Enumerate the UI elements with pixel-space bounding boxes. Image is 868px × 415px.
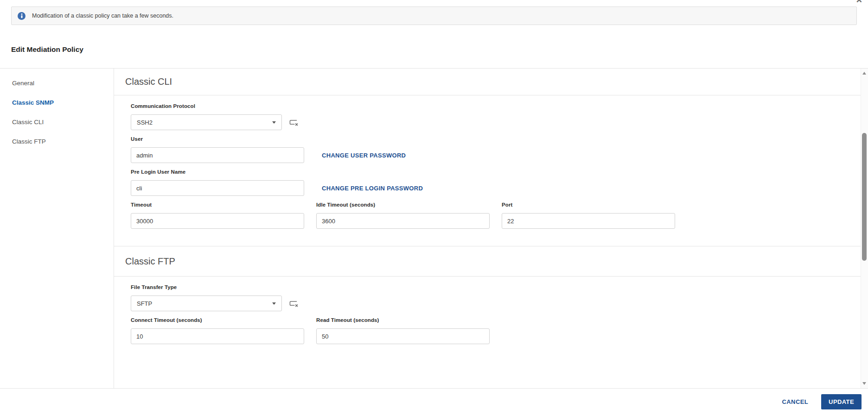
update-button[interactable]: UPDATE bbox=[821, 394, 862, 409]
user-input[interactable] bbox=[131, 147, 304, 163]
read-timeout-label: Read Timeout (seconds) bbox=[316, 317, 490, 323]
user-field: User CHANGE USER PASSWORD bbox=[131, 136, 861, 163]
port-label: Port bbox=[502, 202, 675, 208]
file-transfer-type-value: SFTP bbox=[137, 300, 152, 307]
sidebar-item-general[interactable]: General bbox=[0, 73, 114, 93]
main-area: General Classic SNMP Classic CLI Classic… bbox=[0, 68, 868, 388]
info-icon bbox=[18, 12, 26, 20]
idle-timeout-label: Idle Timeout (seconds) bbox=[316, 202, 490, 208]
change-user-password-link[interactable]: CHANGE USER PASSWORD bbox=[322, 152, 406, 159]
scroll-up-arrow[interactable] bbox=[862, 72, 866, 75]
pre-login-user-name-label: Pre Login User Name bbox=[131, 169, 861, 175]
read-timeout-input[interactable] bbox=[316, 328, 490, 344]
section-classic-ftp: Classic FTP File Transfer Type SFTP bbox=[114, 246, 861, 360]
communication-protocol-field: Communication Protocol SSH2 bbox=[131, 103, 861, 130]
timeout-input[interactable] bbox=[131, 213, 304, 229]
communication-protocol-label: Communication Protocol bbox=[131, 103, 861, 109]
idle-timeout-field: Idle Timeout (seconds) bbox=[316, 202, 490, 229]
scrollbar-track[interactable] bbox=[861, 69, 868, 388]
footer-bar: CANCEL UPDATE bbox=[0, 388, 868, 415]
sidebar-item-classic-ftp[interactable]: Classic FTP bbox=[0, 132, 114, 151]
cli-timeouts-row: Timeout Idle Timeout (seconds) Port bbox=[131, 202, 861, 229]
section-title-classic-cli: Classic CLI bbox=[114, 69, 861, 95]
ftp-timeouts-row: Connect Timeout (seconds) Read Timeout (… bbox=[131, 317, 861, 344]
pre-login-user-name-input[interactable] bbox=[131, 180, 304, 196]
content-panel: Classic CLI Communication Protocol SSH2 bbox=[114, 69, 861, 388]
section-title-classic-ftp: Classic FTP bbox=[114, 246, 861, 277]
edit-mediation-policy-page: { "banner": { "text": "Modification of a… bbox=[0, 0, 868, 415]
port-field: Port bbox=[502, 202, 675, 229]
clear-field-icon[interactable] bbox=[288, 300, 298, 308]
info-banner: Modification of a classic policy can tak… bbox=[11, 6, 857, 25]
banner-text: Modification of a classic policy can tak… bbox=[32, 13, 173, 19]
connect-timeout-label: Connect Timeout (seconds) bbox=[131, 317, 304, 323]
communication-protocol-dropdown[interactable]: SSH2 bbox=[131, 114, 282, 130]
timeout-label: Timeout bbox=[131, 202, 304, 208]
port-input[interactable] bbox=[502, 213, 675, 229]
close-icon[interactable]: ✕ bbox=[856, 0, 862, 4]
file-transfer-type-label: File Transfer Type bbox=[131, 284, 861, 290]
cancel-button[interactable]: CANCEL bbox=[782, 398, 809, 405]
user-label: User bbox=[131, 136, 861, 142]
file-transfer-type-field: File Transfer Type SFTP bbox=[131, 284, 861, 311]
sidebar: General Classic SNMP Classic CLI Classic… bbox=[0, 69, 114, 388]
read-timeout-field: Read Timeout (seconds) bbox=[316, 317, 490, 344]
clear-field-icon[interactable] bbox=[288, 119, 298, 126]
change-pre-login-password-link[interactable]: CHANGE PRE LOGIN PASSWORD bbox=[322, 185, 423, 192]
scroll-down-arrow[interactable] bbox=[862, 382, 866, 385]
communication-protocol-value: SSH2 bbox=[137, 119, 153, 126]
scrollbar-thumb[interactable] bbox=[862, 133, 867, 261]
page-title: Edit Mediation Policy bbox=[11, 45, 83, 54]
sidebar-item-classic-snmp[interactable]: Classic SNMP bbox=[0, 93, 114, 112]
idle-timeout-input[interactable] bbox=[316, 213, 490, 229]
caret-down-icon bbox=[272, 121, 276, 124]
connect-timeout-field: Connect Timeout (seconds) bbox=[131, 317, 304, 344]
file-transfer-type-dropdown[interactable]: SFTP bbox=[131, 296, 282, 311]
section-classic-cli: Classic CLI Communication Protocol SSH2 bbox=[114, 69, 861, 246]
connect-timeout-input[interactable] bbox=[131, 328, 304, 344]
sidebar-item-classic-cli[interactable]: Classic CLI bbox=[0, 112, 114, 132]
timeout-field: Timeout bbox=[131, 202, 304, 229]
pre-login-user-name-field: Pre Login User Name CHANGE PRE LOGIN PAS… bbox=[131, 169, 861, 196]
caret-down-icon bbox=[272, 302, 276, 305]
